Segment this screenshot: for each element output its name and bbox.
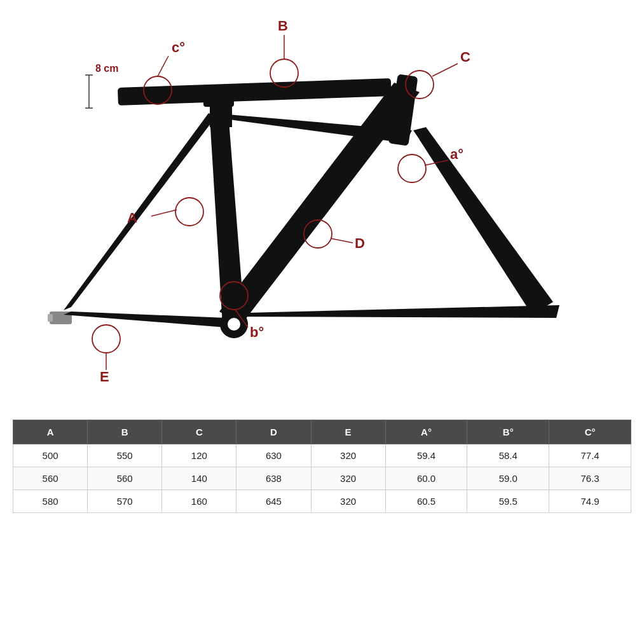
table-row: 50055012063032059.458.477.4: [13, 444, 631, 467]
table-cell: 500: [13, 444, 88, 467]
col-header-B: B: [88, 420, 162, 444]
table-cell: 320: [311, 490, 385, 513]
table-cell: 160: [162, 490, 236, 513]
table-cell: 59.5: [467, 490, 549, 513]
label-b-deg: b°: [250, 324, 264, 340]
label-A: A: [127, 210, 137, 226]
table-cell: 77.4: [549, 444, 631, 467]
table-cell: 59.4: [385, 444, 467, 467]
table-cell: 638: [236, 467, 311, 490]
label-8cm: 8 cm: [95, 63, 118, 74]
svg-marker-2: [210, 118, 245, 324]
table-cell: 560: [13, 467, 88, 490]
table-cell: 560: [88, 467, 162, 490]
table-cell: 58.4: [467, 444, 549, 467]
diagram-area: 8 cm c° B C a° A D: [0, 0, 644, 420]
label-a-deg: a°: [450, 146, 463, 162]
table-cell: 120: [162, 444, 236, 467]
table-cell: 140: [162, 467, 236, 490]
table-cell: 570: [88, 490, 162, 513]
page-container: 8 cm c° B C a° A D: [0, 0, 644, 644]
annotation-line-c-deg: [158, 56, 168, 76]
label-E: E: [100, 369, 109, 385]
svg-marker-13: [64, 312, 226, 327]
table-cell: 60.5: [385, 490, 467, 513]
table-cell: 76.3: [549, 467, 631, 490]
table-cell: 550: [88, 444, 162, 467]
annotation-circle-E: [92, 325, 120, 353]
col-header-Bdeg: B°: [467, 420, 549, 444]
col-header-Cdeg: C°: [549, 420, 631, 444]
label-C: C: [460, 49, 470, 65]
annotation-circle-A: [175, 198, 203, 226]
svg-rect-15: [203, 95, 234, 107]
label-B: B: [278, 18, 288, 34]
svg-marker-8: [225, 305, 559, 318]
col-header-Adeg: A°: [385, 420, 467, 444]
table-row: 58057016064532060.559.574.9: [13, 490, 631, 513]
col-header-E: E: [311, 420, 385, 444]
dimensions-table: A B C D E A° B° C° 50055012063032059.458…: [13, 420, 631, 513]
col-header-A: A: [13, 420, 88, 444]
table-cell: 59.0: [467, 467, 549, 490]
table-header-row: A B C D E A° B° C°: [13, 420, 631, 444]
svg-marker-14: [64, 113, 216, 310]
label-D: D: [355, 235, 365, 251]
table-row: 56056014063832060.059.076.3: [13, 467, 631, 490]
svg-rect-0: [118, 78, 392, 106]
annotation-circle-a-deg: [398, 154, 426, 182]
svg-rect-12: [48, 314, 53, 322]
label-c-deg: c°: [172, 39, 185, 55]
table-cell: 630: [236, 444, 311, 467]
frame-body: [48, 74, 559, 338]
col-header-D: D: [236, 420, 311, 444]
annotation-line-C: [432, 64, 458, 76]
col-header-C: C: [162, 420, 236, 444]
table-cell: 60.0: [385, 467, 467, 490]
annotation-line-A: [151, 210, 177, 216]
table-area: A B C D E A° B° C° 50055012063032059.458…: [0, 420, 644, 644]
bike-frame-diagram: 8 cm c° B C a° A D: [0, 0, 644, 420]
table-cell: 74.9: [549, 490, 631, 513]
table-cell: 580: [13, 490, 88, 513]
table-cell: 645: [236, 490, 311, 513]
svg-point-10: [228, 318, 240, 331]
annotation-line-D: [331, 238, 353, 243]
table-cell: 320: [311, 444, 385, 467]
table-cell: 320: [311, 467, 385, 490]
svg-marker-6: [420, 140, 547, 318]
